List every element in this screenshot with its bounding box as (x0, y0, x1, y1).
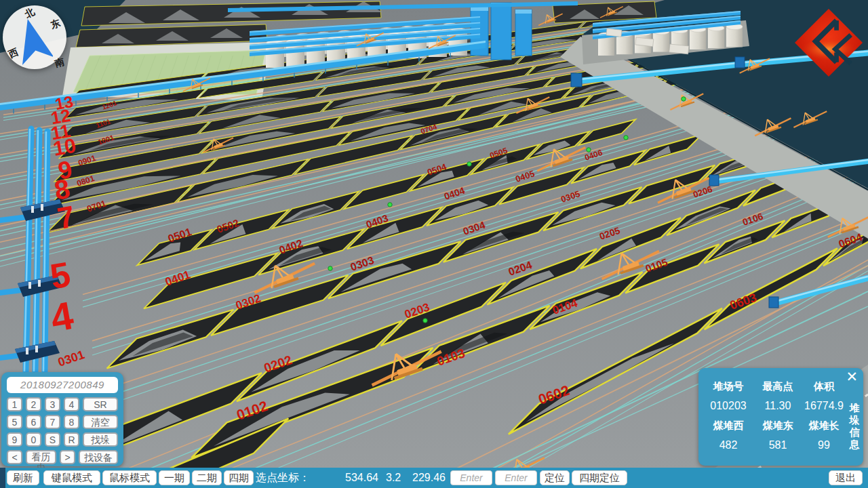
pile-info-value: 11.30 (754, 396, 802, 415)
selection-marker-icon (624, 136, 628, 140)
bottom-toolbar: 刷新 键鼠模式 鼠标模式 一期 二期 四期 选点坐标： 534.64 3.2 2… (0, 468, 868, 488)
selection-marker-icon (328, 266, 332, 270)
keypad-button-9[interactable]: 9 (7, 432, 22, 447)
close-icon[interactable]: ✕ (846, 369, 858, 385)
toolbar-notch (0, 468, 5, 488)
coord-input-1[interactable] (450, 470, 492, 485)
keypad-button-看历史[interactable]: 看历史 (26, 450, 56, 464)
pile-info-label: 煤堆西 (703, 415, 754, 435)
pile-info-label: 体积 (802, 376, 846, 396)
pile-info-value: 99 (802, 435, 846, 455)
pile-info-panel: ✕ 堆场号最高点体积01020311.3016774.9煤堆西煤堆东煤堆长482… (698, 368, 863, 466)
coord-x-value: 534.64 (345, 468, 378, 488)
keypad-button-7[interactable]: 7 (45, 415, 60, 429)
phase4-locate-button[interactable]: 四期定位 (572, 470, 627, 485)
pile-info-vertical-title: 堆垛信息 (848, 402, 861, 451)
keypad-button-8[interactable]: 8 (64, 415, 79, 429)
coord-label: 选点坐标： (256, 468, 310, 488)
keypad-button-6[interactable]: 6 (26, 415, 41, 429)
pile-info-label: 最高点 (754, 376, 802, 396)
coord-y-value: 3.2 (386, 468, 401, 488)
keymouse-mode-button[interactable]: 键鼠模式 (43, 470, 100, 485)
coal-yard-app: 1201110110010901080107010704050105020504… (0, 0, 868, 488)
keypad-button-4[interactable]: 4 (64, 397, 79, 411)
pile-info-value: 581 (754, 435, 802, 455)
refresh-button[interactable]: 刷新 (7, 470, 39, 485)
keypad-button-R[interactable]: R (64, 432, 79, 447)
keypad-button-5[interactable]: 5 (7, 415, 22, 429)
keypad-button-SR[interactable]: SR (83, 397, 118, 411)
pile-info-label: 煤堆东 (754, 415, 802, 435)
keypad-button-3[interactable]: 3 (45, 397, 60, 411)
keypad-button-2[interactable]: 2 (26, 397, 41, 411)
selection-marker-icon (388, 203, 392, 207)
compass[interactable]: 北 东 西 南 (3, 5, 66, 69)
compass-arrow-icon (14, 17, 53, 67)
keypad-panel: 20180927200849 1234SR5678清空90SR找垛<看历史>找设… (1, 372, 123, 466)
keypad-button-1[interactable]: 1 (7, 397, 22, 411)
coord-input-2[interactable] (495, 470, 537, 485)
keypad-button-找设备[interactable]: 找设备 (79, 450, 118, 464)
keypad-button-清空[interactable]: 清空 (83, 415, 118, 429)
phase2-button[interactable]: 二期 (192, 470, 222, 485)
keypad-button-S[interactable]: S (45, 432, 60, 447)
history-timestamp-input[interactable]: 20180927200849 (7, 377, 118, 393)
pile-info-label: 煤堆长 (802, 415, 846, 435)
pile-info-value: 010203 (703, 396, 754, 415)
exit-button[interactable]: 退出 (829, 470, 863, 485)
pile-info-value: 482 (703, 435, 754, 455)
keypad-button->[interactable]: > (60, 450, 75, 464)
phase1-button[interactable]: 一期 (159, 470, 190, 485)
keypad-button-0[interactable]: 0 (26, 432, 41, 447)
phase4-button[interactable]: 四期 (224, 470, 254, 485)
company-logo-icon (795, 8, 863, 77)
selection-marker-icon (682, 97, 686, 101)
keypad-button-<[interactable]: < (7, 450, 22, 464)
selection-marker-icon (467, 162, 471, 166)
pile-info-value: 16774.9 (802, 396, 846, 415)
selection-marker-icon (423, 319, 427, 323)
coord-z-value: 229.46 (412, 468, 446, 488)
locate-button[interactable]: 定位 (540, 470, 570, 485)
keypad-button-找垛[interactable]: 找垛 (83, 432, 118, 447)
mouse-mode-button[interactable]: 鼠标模式 (102, 470, 157, 485)
pile-info-label: 堆场号 (703, 376, 754, 396)
